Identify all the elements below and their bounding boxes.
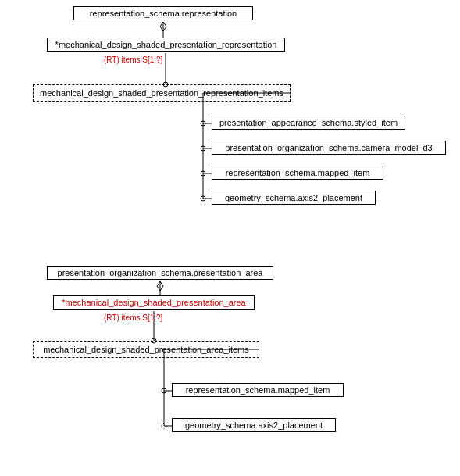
node-mech-pres-area: *mechanical_design_shaded_presentation_a… [53,295,255,310]
svg-point-11 [201,171,205,176]
node-mapped-item-1: representation_schema.mapped_item [212,166,383,180]
svg-point-7 [201,121,205,126]
svg-point-9 [201,146,205,151]
node-camera-model: presentation_organization_schema.camera_… [212,141,446,155]
node-styled-item: presentation_appearance_schema.styled_it… [212,116,405,130]
node-mech-pres-area-items: mechanical_design_shaded_presentation_ar… [33,341,259,358]
svg-marker-15 [157,281,163,291]
rt-label-2: (RT) items S[1:?] [104,313,162,322]
diagram: representation_schema.representation *me… [0,0,460,476]
node-pres-area-schema: presentation_organization_schema.present… [47,266,273,280]
rt-label-1: (RT) items S[1:?] [104,55,162,64]
node-mech-rep: *mechanical_design_shaded_presentation_r… [47,38,285,52]
diagram-lines [0,0,460,476]
node-mapped-item-2: representation_schema.mapped_item [172,383,344,397]
svg-point-21 [162,388,166,393]
node-mech-rep-items: mechanical_design_shaded_presentation_re… [33,84,291,102]
svg-marker-1 [160,22,166,31]
svg-point-23 [162,424,166,428]
node-rep-schema: representation_schema.representation [73,6,253,20]
node-axis2-1: geometry_schema.axis2_placement [212,191,376,205]
node-axis2-2: geometry_schema.axis2_placement [172,418,336,432]
svg-point-13 [201,196,205,201]
